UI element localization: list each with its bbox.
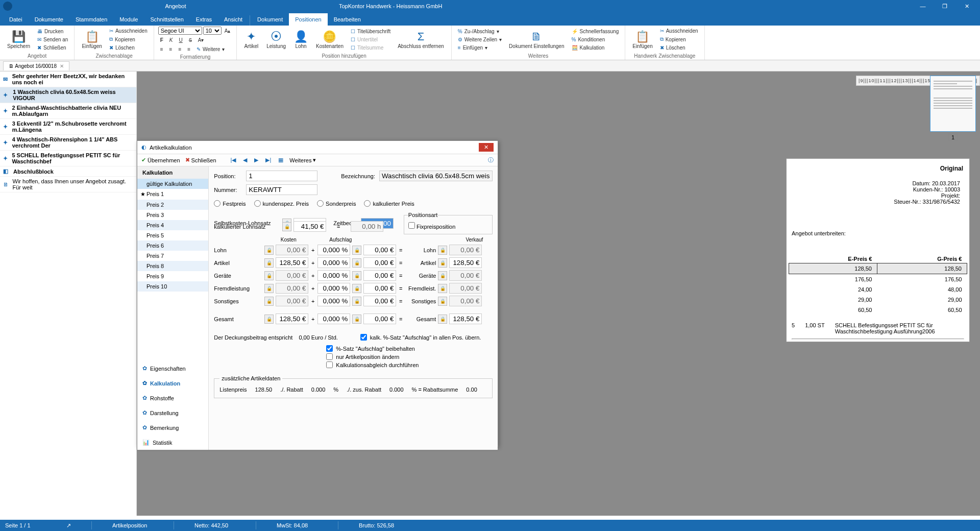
close-doc-button[interactable]: ✖Schließen xyxy=(35,44,70,52)
color-button[interactable]: A▾ xyxy=(196,36,206,44)
lock-button[interactable]: 🔒 xyxy=(352,284,361,293)
lock-button[interactable]: 🔒 xyxy=(438,284,447,293)
ctx-dokument[interactable]: Dokument xyxy=(251,13,289,26)
price-item[interactable]: Preis 3 xyxy=(137,210,208,220)
underline-button[interactable]: U xyxy=(177,36,185,44)
more-button[interactable]: Weiteres ▾ xyxy=(289,157,316,163)
table-row[interactable]: 176,50176,50 xyxy=(789,274,967,285)
outline-item[interactable]: ✦3 Eckventil 1/2" m.Schubrosette verchro… xyxy=(0,119,136,135)
menu-module[interactable]: Module xyxy=(113,13,144,26)
page-thumb[interactable] xyxy=(930,76,976,132)
lock-button[interactable]: 🔒 xyxy=(264,315,274,324)
tab-close-icon[interactable]: ✕ xyxy=(60,63,64,69)
lock-button[interactable]: 🔒 xyxy=(264,258,274,268)
aufschlag-eur-field[interactable] xyxy=(363,257,396,268)
aufschlag-pct-field[interactable] xyxy=(317,245,350,255)
more-format-button[interactable]: ✎Weitere ▾ xyxy=(194,45,227,53)
prev-icon[interactable]: ◀ xyxy=(242,157,248,163)
kosten-field[interactable] xyxy=(276,313,308,324)
sidebar-nav-kalkulation[interactable]: ✿Kalkulation xyxy=(137,376,208,391)
cut-button[interactable]: ✂Ausschneiden xyxy=(107,27,150,35)
wage-button[interactable]: 👤Lohn xyxy=(291,29,311,50)
table-row[interactable]: 128,50128,50 xyxy=(789,263,967,274)
strike-button[interactable]: S̶ xyxy=(187,36,194,44)
align-just-button[interactable]: ≡ xyxy=(185,45,192,53)
price-item[interactable]: ★Preis 1 xyxy=(137,189,208,200)
lock-button[interactable]: 🔒 xyxy=(352,246,361,255)
lock-button[interactable]: 🔒 xyxy=(352,315,361,324)
sidebar-nav-rohstoffe[interactable]: ✿Rohstoffe xyxy=(137,391,208,405)
menu-schnittstellen[interactable]: Schnittstellen xyxy=(144,13,189,26)
sidebar-nav-darstellung[interactable]: ✿Darstellung xyxy=(137,405,208,420)
price-item[interactable]: Preis 10 xyxy=(137,281,208,292)
kalk-field[interactable] xyxy=(293,221,326,232)
position-field[interactable] xyxy=(246,171,317,181)
lock-button[interactable]: 🔒 xyxy=(264,297,274,306)
lock-button[interactable]: 🔒 xyxy=(352,258,361,268)
number-field[interactable] xyxy=(246,184,317,195)
fast-button[interactable]: ⚡Schnellerfassung xyxy=(570,28,621,35)
copy-button[interactable]: ⧉Kopieren xyxy=(107,35,150,43)
chk-beibehalten[interactable]: %-Satz "Aufschlag" beibehalten xyxy=(326,345,493,352)
chk-alluebern[interactable]: kalk. %-Satz "Aufschlag" in allen Pos. ü… xyxy=(360,334,481,341)
fontinc-button[interactable]: A▴ xyxy=(223,27,233,35)
menu-ansicht[interactable]: Ansicht xyxy=(218,13,249,26)
sidebar-nav-statistik[interactable]: 📊Statistik xyxy=(137,435,208,450)
lock-button[interactable]: 🔒 xyxy=(264,246,274,255)
lock-button[interactable]: 🔒 xyxy=(282,222,291,231)
grid-icon[interactable]: ▦ xyxy=(277,157,284,163)
menu-dokumente[interactable]: Dokumente xyxy=(29,13,69,26)
lock-button[interactable]: 🔒 xyxy=(352,297,361,306)
lock-button[interactable]: 🔒 xyxy=(438,315,447,324)
chk-abgleich[interactable]: Kalkulationsabgleich durchführen xyxy=(326,361,493,368)
aufschlag-eur-field[interactable] xyxy=(363,270,396,281)
help-icon[interactable]: ⓘ xyxy=(488,156,494,164)
outline-item[interactable]: ✉Sehr geehrter Herr BeetzXX, wir bedanke… xyxy=(0,71,136,87)
hw-cut-button[interactable]: ✂Ausschneiden xyxy=(658,27,700,35)
hw-paste-button[interactable]: 📋Einfügen xyxy=(629,29,655,50)
font-select[interactable]: Segoe UI xyxy=(158,27,202,35)
verkauf-field[interactable] xyxy=(449,313,482,324)
fixprice-checkbox[interactable]: Fixpreisposition xyxy=(408,224,455,230)
next-icon[interactable]: ▶ xyxy=(253,157,259,163)
aufschlag-pct-field[interactable] xyxy=(317,296,350,306)
article-button[interactable]: ✦Artikel xyxy=(241,29,261,50)
lock-button[interactable]: 🔒 xyxy=(264,271,274,280)
docsettings-button[interactable]: 🗎Dokument Einstellungen xyxy=(506,29,567,50)
price-item[interactable]: Preis 2 xyxy=(137,200,208,210)
accept-button[interactable]: ✔Übernehmen xyxy=(141,157,180,163)
kosten-field[interactable] xyxy=(276,257,308,268)
aufschlag-eur-field[interactable] xyxy=(363,245,396,255)
align-left-button[interactable]: ≡ xyxy=(158,45,165,53)
maximize-icon[interactable]: ❐ xyxy=(935,3,955,10)
close-button[interactable]: ✖Schließen xyxy=(185,157,216,163)
aufschlag-pct-field[interactable] xyxy=(317,313,350,324)
send-button[interactable]: ✉Senden an xyxy=(35,36,70,43)
cost-button[interactable]: 🪙Kostenarten xyxy=(313,29,347,50)
italic-button[interactable]: K xyxy=(167,36,175,44)
align-right-button[interactable]: ≡ xyxy=(176,45,183,53)
verkauf-field[interactable] xyxy=(449,257,482,268)
aufschlag-eur-field[interactable] xyxy=(363,313,396,324)
lock-button[interactable]: 🔒 xyxy=(352,271,361,280)
ctx-positionen[interactable]: Positionen xyxy=(289,13,327,26)
aufschlag-eur-field[interactable] xyxy=(363,283,396,294)
outline-item[interactable]: 🗎Wir hoffen, dass Ihnen unser Angebot zu… xyxy=(0,177,136,192)
morelines-button[interactable]: ⚙Weitere Zeilen ▾ xyxy=(456,36,504,43)
price-item[interactable]: Preis 9 xyxy=(137,271,208,281)
delete-button[interactable]: ✖Löschen xyxy=(107,44,150,52)
fontsize-select[interactable]: 10 xyxy=(203,27,222,35)
hw-copy-button[interactable]: ⧉Kopieren xyxy=(658,35,700,43)
aufschlag-pct-field[interactable] xyxy=(317,283,350,294)
outline-item[interactable]: ✦2 Einhand-Waschtischbatterie clivia NEU… xyxy=(0,103,136,119)
subtitle-button[interactable]: ☐Untertitel xyxy=(349,36,393,43)
remove-close-button[interactable]: ΣAbschluss entfernen xyxy=(395,29,447,50)
price-item[interactable]: Preis 5 xyxy=(137,230,208,240)
lock-button[interactable]: 🔒 xyxy=(438,297,447,306)
service-button[interactable]: ⦿Leistung xyxy=(263,29,289,50)
last-icon[interactable]: ▶| xyxy=(264,157,272,163)
close-icon[interactable]: ✕ xyxy=(957,3,977,10)
menu-datei[interactable]: Datei xyxy=(3,13,29,26)
lock-button[interactable]: 🔒 xyxy=(438,246,447,255)
lock-button[interactable]: 🔒 xyxy=(438,258,447,268)
